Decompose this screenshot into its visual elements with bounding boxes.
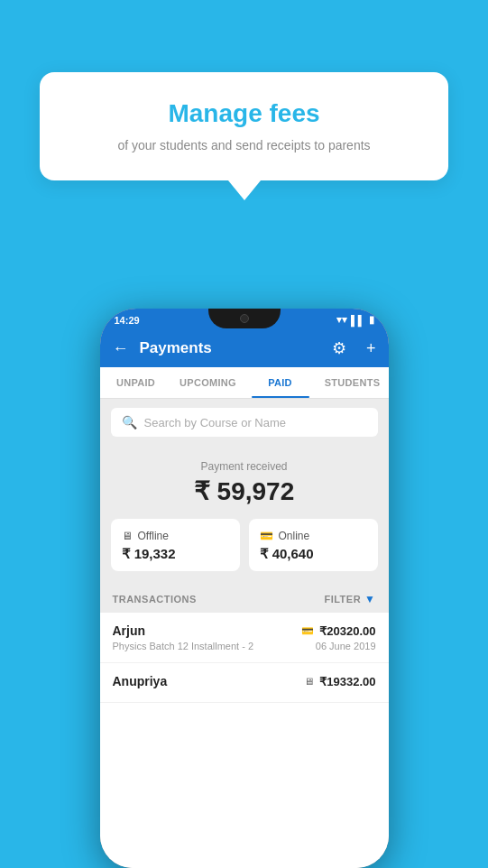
offline-card-header: 🖥 Offline (122, 530, 229, 542)
offline-amount: ₹ 19,332 (122, 546, 229, 562)
offline-payment-card: 🖥 Offline ₹ 19,332 (111, 519, 240, 571)
transaction-type-icon: 💳 (301, 625, 314, 637)
table-row[interactable]: Arjun 💳 ₹20320.00 Physics Batch 12 Insta… (100, 613, 389, 663)
filter-button[interactable]: FILTER ▼ (324, 593, 375, 605)
tab-students[interactable]: STUDENTS (317, 367, 389, 398)
signal-icon: ▌▌ (351, 315, 365, 326)
battery-icon: ▮ (369, 314, 374, 326)
online-amount: ₹ 40,640 (260, 546, 367, 562)
tab-upcoming[interactable]: UPCOMING (172, 367, 244, 398)
payment-total-amount: ₹ 59,972 (100, 476, 389, 506)
offline-icon: 🖥 (122, 530, 133, 542)
transaction-amount-wrap: 💳 ₹20320.00 (301, 624, 375, 638)
filter-icon: ▼ (364, 593, 375, 605)
status-time: 14:29 (115, 315, 140, 326)
settings-icon[interactable]: ⚙ (332, 338, 346, 358)
online-label: Online (279, 530, 310, 542)
search-placeholder: Search by Course or Name (144, 416, 287, 429)
transaction-row-top: Arjun 💳 ₹20320.00 (113, 623, 376, 638)
transaction-amount: ₹19332.00 (319, 675, 375, 688)
payment-cards: 🖥 Offline ₹ 19,332 💳 Online ₹ 40,640 (100, 519, 389, 584)
payment-received-label: Payment received (100, 460, 389, 473)
transaction-name: Anupriya (113, 674, 168, 688)
tabs: UNPAID UPCOMING PAID STUDENTS (100, 367, 389, 399)
callout-card: Manage fees of your students and send re… (40, 72, 448, 180)
online-payment-card: 💳 Online ₹ 40,640 (249, 519, 378, 571)
online-icon: 💳 (260, 530, 273, 542)
app-screen: 14:29 ▾▾ ▌▌ ▮ ← Payments ⚙ + UNPAID UPCO… (100, 309, 389, 868)
notch (208, 309, 281, 328)
search-icon: 🔍 (122, 415, 137, 429)
transaction-detail: Physics Batch 12 Installment - 2 (113, 641, 254, 651)
payment-summary: Payment received ₹ 59,972 (100, 446, 389, 519)
offline-label: Offline (138, 530, 169, 542)
callout-subtitle: of your students and send receipts to pa… (61, 137, 427, 155)
transaction-list: Arjun 💳 ₹20320.00 Physics Batch 12 Insta… (100, 613, 389, 868)
back-button[interactable]: ← (113, 339, 129, 358)
table-row[interactable]: Anupriya 🖥 ₹19332.00 (100, 663, 389, 703)
tab-paid[interactable]: PAID (244, 367, 317, 398)
add-icon[interactable]: + (366, 339, 376, 358)
transaction-name: Arjun (113, 623, 146, 638)
online-card-header: 💳 Online (260, 530, 367, 542)
camera-dot (240, 314, 249, 323)
phone-frame: 14:29 ▾▾ ▌▌ ▮ ← Payments ⚙ + UNPAID UPCO… (100, 309, 389, 868)
transaction-date: 06 June 2019 (316, 641, 376, 651)
transaction-row-bottom: Physics Batch 12 Installment - 2 06 June… (113, 641, 376, 651)
filter-label: FILTER (324, 594, 361, 605)
search-bar[interactable]: 🔍 Search by Course or Name (111, 408, 378, 437)
page-title: Payments (140, 339, 312, 357)
transaction-row-top: Anupriya 🖥 ₹19332.00 (113, 674, 376, 688)
wifi-icon: ▾▾ (336, 314, 347, 326)
transactions-label: TRANSACTIONS (113, 594, 197, 605)
status-icons: ▾▾ ▌▌ ▮ (336, 314, 374, 326)
tab-unpaid[interactable]: UNPAID (100, 367, 172, 398)
search-container: 🔍 Search by Course or Name (100, 399, 389, 446)
app-header: ← Payments ⚙ + (100, 329, 389, 367)
callout-title: Manage fees (61, 99, 427, 128)
transactions-header: TRANSACTIONS FILTER ▼ (100, 584, 389, 613)
transaction-amount: ₹20320.00 (319, 624, 375, 638)
transaction-type-icon: 🖥 (304, 676, 314, 687)
transaction-amount-wrap: 🖥 ₹19332.00 (304, 675, 375, 688)
